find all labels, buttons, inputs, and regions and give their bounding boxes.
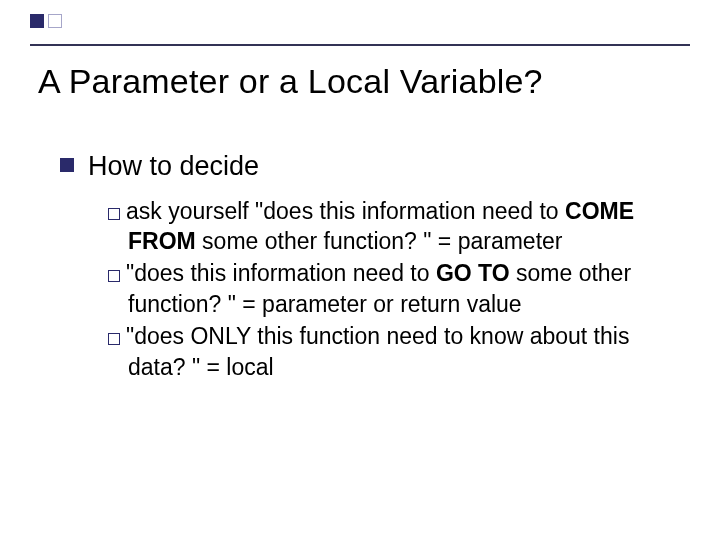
level1-heading: How to decide bbox=[88, 150, 259, 184]
item-text-pre: ask yourself "does this information need… bbox=[126, 198, 565, 224]
decor-square-open bbox=[48, 14, 62, 28]
bullet-square-open-icon bbox=[108, 208, 120, 220]
list-item: ask yourself "does this information need… bbox=[108, 196, 670, 257]
slide-body: How to decide ask yourself "does this in… bbox=[60, 150, 670, 384]
item-text-bold: GO TO bbox=[436, 260, 510, 286]
item-text-pre: "does this information need to bbox=[126, 260, 436, 286]
header-rule bbox=[30, 44, 690, 46]
bullet-square-open-icon bbox=[108, 270, 120, 282]
decor-square-filled bbox=[30, 14, 44, 28]
bullet-square-open-icon bbox=[108, 333, 120, 345]
level2-list: ask yourself "does this information need… bbox=[108, 196, 670, 382]
item-text-pre: "does ONLY this function need to know ab… bbox=[126, 323, 629, 379]
list-item: "does ONLY this function need to know ab… bbox=[108, 321, 670, 382]
list-item: "does this information need to GO TO som… bbox=[108, 258, 670, 319]
header-decor-squares bbox=[30, 14, 62, 28]
slide-title: A Parameter or a Local Variable? bbox=[38, 62, 543, 101]
item-text-post: some other function? " = parameter bbox=[196, 228, 563, 254]
level1-item: How to decide bbox=[60, 150, 670, 184]
bullet-square-filled-icon bbox=[60, 158, 74, 172]
